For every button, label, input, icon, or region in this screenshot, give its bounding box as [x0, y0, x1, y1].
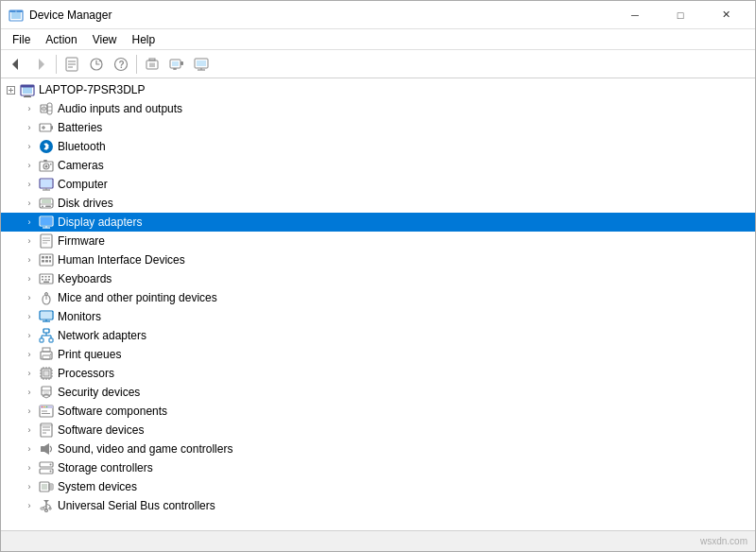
svg-point-136 [50, 464, 52, 466]
security-icon [39, 385, 54, 400]
tree-item-processors[interactable]: › Proces [1, 364, 755, 383]
batteries-expand-icon[interactable]: › [22, 120, 37, 135]
update-driver-button[interactable] [85, 53, 108, 76]
softwarecomp-expand-icon[interactable]: › [22, 404, 37, 419]
svg-rect-42 [51, 126, 53, 129]
usb-expand-icon[interactable]: › [22, 498, 37, 513]
menu-action[interactable]: Action [38, 29, 84, 49]
svg-text:?: ? [119, 60, 125, 70]
svg-rect-75 [49, 260, 51, 263]
tree-item-softwarecomp[interactable]: › Software components [1, 402, 755, 421]
device-tree[interactable]: LAPTOP-7PSR3DLP › Audio inputs and outpu… [1, 78, 755, 530]
svg-rect-100 [43, 348, 50, 352]
forward-button[interactable] [29, 53, 52, 76]
svg-point-137 [50, 471, 52, 473]
back-button[interactable] [5, 53, 27, 76]
maximize-button[interactable]: □ [659, 1, 702, 29]
mice-label: Mice and other pointing devices [56, 291, 217, 304]
system-expand-icon[interactable]: › [22, 479, 37, 494]
tree-item-print[interactable]: › Print queues [1, 345, 755, 364]
display-settings-button[interactable] [190, 53, 213, 76]
title-bar: Device Manager ─ □ ✕ [1, 1, 755, 29]
uninstall-button[interactable] [141, 53, 163, 76]
cameras-expand-icon[interactable]: › [22, 158, 37, 173]
svg-rect-49 [43, 160, 47, 162]
network-expand-icon[interactable]: › [22, 328, 37, 343]
bluetooth-expand-icon[interactable]: › [22, 139, 37, 154]
menu-bar: File Action View Help [1, 29, 755, 50]
audio-expand-icon[interactable]: › [22, 101, 37, 116]
menu-help[interactable]: Help [125, 29, 163, 49]
svg-rect-139 [42, 484, 47, 490]
security-expand-icon[interactable]: › [22, 385, 37, 400]
minimize-button[interactable]: ─ [613, 1, 657, 29]
display-icon [39, 215, 54, 230]
processors-expand-icon[interactable]: › [22, 366, 37, 381]
tree-item-firmware[interactable]: › Firmware [1, 232, 755, 250]
system-label: System devices [56, 480, 137, 493]
display-label: Display adapters [56, 216, 142, 229]
security-label: Security devices [56, 386, 140, 399]
computer-icon [39, 177, 54, 192]
tree-item-monitors[interactable]: › Monitors [1, 307, 755, 326]
root-icon [20, 82, 35, 97]
svg-rect-94 [49, 338, 53, 342]
sound-expand-icon[interactable]: › [22, 441, 37, 457]
monitors-expand-icon[interactable]: › [22, 309, 37, 324]
tree-item-audio[interactable]: › Audio inputs and outputs [1, 99, 755, 118]
svg-rect-132 [41, 446, 44, 452]
menu-view[interactable]: View [85, 29, 125, 49]
audio-label: Audio inputs and outputs [56, 102, 182, 115]
help-icon-button[interactable]: ? [110, 53, 132, 76]
svg-point-57 [42, 206, 43, 208]
disk-label: Disk drives [56, 197, 113, 210]
tree-item-storage[interactable]: › Storage controllers [1, 458, 755, 477]
toolbar: ? [1, 50, 755, 78]
tree-item-network[interactable]: › Network adapters [1, 326, 755, 345]
tree-item-cameras[interactable]: › Cameras [1, 156, 755, 175]
usb-icon [39, 498, 54, 513]
mice-expand-icon[interactable]: › [22, 290, 37, 305]
print-expand-icon[interactable]: › [22, 347, 37, 362]
usb-label: Universal Serial Bus controllers [56, 499, 215, 512]
properties-button[interactable] [60, 53, 83, 76]
cameras-label: Cameras [56, 159, 104, 172]
tree-item-bluetooth[interactable]: › Bluetooth [1, 137, 755, 156]
keyboards-expand-icon[interactable]: › [22, 271, 37, 286]
scan-button[interactable] [165, 53, 188, 76]
root-expand-icon[interactable] [3, 82, 18, 97]
mice-icon [39, 290, 54, 305]
computer-expand-icon[interactable]: › [22, 177, 37, 192]
tree-item-batteries[interactable]: › Batteries [1, 118, 755, 137]
display-expand-icon[interactable]: › [22, 215, 37, 230]
tree-item-hid[interactable]: › Human Interface Devices [1, 250, 755, 269]
tree-item-usb[interactable]: › Universal Serial Bus controllers [1, 496, 755, 515]
storage-expand-icon[interactable]: › [22, 460, 37, 475]
tree-item-keyboards[interactable]: › Keyboards [1, 269, 755, 288]
hid-expand-icon[interactable]: › [22, 252, 37, 267]
firmware-icon [39, 233, 54, 249]
disk-expand-icon[interactable]: › [22, 196, 37, 211]
svg-rect-58 [45, 206, 51, 208]
svg-rect-93 [40, 338, 43, 342]
tree-item-system[interactable]: › System devices [1, 477, 755, 496]
svg-rect-34 [24, 96, 31, 97]
close-button[interactable]: ✕ [704, 1, 747, 29]
svg-marker-144 [43, 500, 49, 503]
tree-item-display[interactable]: › Display adapters [1, 213, 755, 232]
tree-item-mice[interactable]: › Mice and other pointing devices [1, 288, 755, 307]
tree-item-disk[interactable]: › Disk drives [1, 194, 755, 213]
svg-rect-81 [45, 279, 47, 281]
softwaredev-expand-icon[interactable]: › [22, 423, 37, 438]
svg-rect-71 [45, 256, 48, 259]
tree-item-security[interactable]: › Security devices [1, 383, 755, 402]
hid-icon [39, 252, 54, 267]
menu-file[interactable]: File [5, 29, 38, 49]
svg-point-3 [15, 10, 16, 11]
tree-item-softwaredev[interactable]: › Software devices [1, 421, 755, 440]
firmware-expand-icon[interactable]: › [22, 233, 37, 249]
tree-item-computer[interactable]: › Computer [1, 175, 755, 194]
tree-root[interactable]: LAPTOP-7PSR3DLP [1, 80, 755, 99]
watermark: wsxdn.com [700, 536, 747, 546]
tree-item-sound[interactable]: › Sound, video and game controllers [1, 440, 755, 458]
